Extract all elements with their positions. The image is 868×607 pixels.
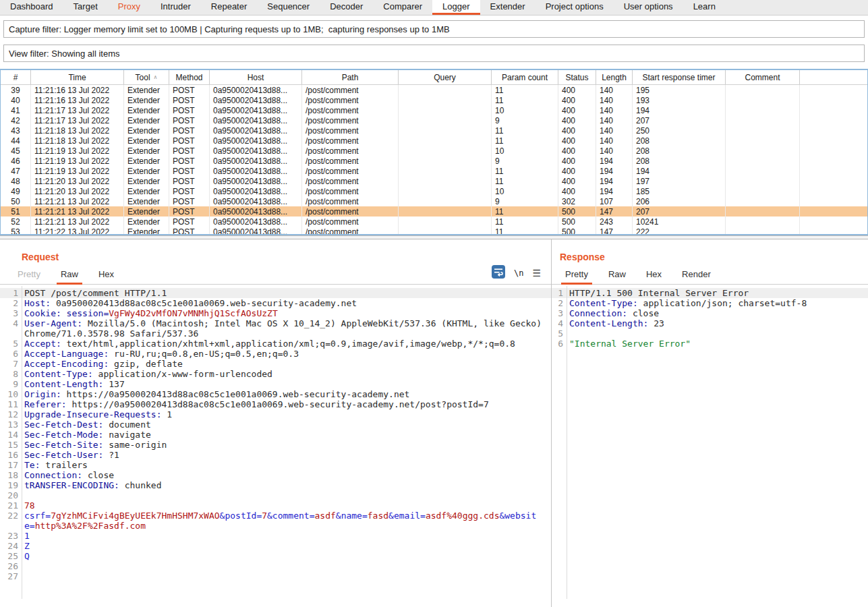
line-number: 1 xyxy=(0,288,22,298)
line-content: Content-Type: application/json; charset=… xyxy=(567,298,868,308)
response-tab-raw[interactable]: Raw xyxy=(604,269,630,285)
cell-method: POST xyxy=(169,196,210,206)
cell-param-count: 11 xyxy=(492,125,558,136)
editor-line: 2Content-Type: application/json; charset… xyxy=(552,298,868,308)
cell-path: /post/comment xyxy=(302,166,399,176)
table-row[interactable]: 4211:21:17 13 Jul 2022ExtenderPOST0a9500… xyxy=(1,115,867,125)
line-content: Accept: text/html,application/xhtml+xml,… xyxy=(22,339,551,349)
table-row[interactable]: 4111:21:17 13 Jul 2022ExtenderPOST0a9500… xyxy=(1,105,867,115)
column-header-host[interactable]: Host xyxy=(210,70,302,84)
table-row[interactable]: 5011:21:21 13 Jul 2022ExtenderPOST0a9500… xyxy=(1,196,867,206)
request-panel: Request PrettyRawHex \n ☰ 1POST /post/co xyxy=(0,239,552,607)
menu-item-decoder[interactable]: Decoder xyxy=(320,0,373,15)
response-tab-hex[interactable]: Hex xyxy=(642,269,666,285)
table-row[interactable]: 4611:21:19 13 Jul 2022ExtenderPOST0a9500… xyxy=(1,156,867,166)
cell-num: 47 xyxy=(1,166,31,176)
request-tab-pretty[interactable]: Pretty xyxy=(13,269,45,285)
line-content: POST /post/comment HTTP/1.1 xyxy=(22,288,551,298)
cell-time: 11:21:20 13 Jul 2022 xyxy=(31,186,124,196)
menu-item-user-options[interactable]: User options xyxy=(614,0,683,15)
column-header-time[interactable]: Time xyxy=(31,70,124,84)
cell-query xyxy=(399,125,492,136)
cell-length: 107 xyxy=(596,196,633,206)
editor-menu-icon[interactable]: ☰ xyxy=(532,268,541,278)
editor-line: 7Accept-Encoding: gzip, deflate xyxy=(0,359,551,369)
gutter-divider xyxy=(567,286,567,599)
cell-comment xyxy=(726,216,800,227)
request-tab-raw[interactable]: Raw xyxy=(57,269,82,285)
cell-num: 46 xyxy=(1,156,31,166)
cell-length: 194 xyxy=(596,166,633,176)
cell-param-count: 9 xyxy=(492,196,558,206)
cell-query xyxy=(399,176,492,186)
table-row[interactable]: 4711:21:19 13 Jul 2022ExtenderPOST0a9500… xyxy=(1,166,867,176)
table-row[interactable]: 5111:21:21 13 Jul 2022ExtenderPOST0a9500… xyxy=(1,206,867,216)
menu-item-proxy[interactable]: Proxy xyxy=(108,0,150,15)
table-row[interactable]: 4311:21:18 13 Jul 2022ExtenderPOST0a9500… xyxy=(1,125,867,136)
table-row[interactable]: 3911:21:16 13 Jul 2022ExtenderPOST0a9500… xyxy=(1,85,867,95)
editor-line: 1POST /post/comment HTTP/1.1 xyxy=(0,288,551,298)
capture-filter-bar[interactable]: Capture filter: Logger memory limit set … xyxy=(3,20,865,38)
column-header-query[interactable]: Query xyxy=(399,70,492,84)
table-row[interactable]: 5211:21:21 13 Jul 2022ExtenderPOST0a9500… xyxy=(1,216,867,227)
menu-item-intruder[interactable]: Intruder xyxy=(150,0,201,15)
menu-item-extender[interactable]: Extender xyxy=(480,0,536,15)
column-header--[interactable]: # xyxy=(1,70,31,84)
column-header-length[interactable]: Length xyxy=(596,70,633,84)
cell-path: /post/comment xyxy=(302,105,399,115)
cell-time: 11:21:21 13 Jul 2022 xyxy=(31,196,124,206)
table-row[interactable]: 4411:21:18 13 Jul 2022ExtenderPOST0a9500… xyxy=(1,136,867,146)
table-row[interactable]: 4811:21:20 13 Jul 2022ExtenderPOST0a9500… xyxy=(1,176,867,186)
menu-item-sequencer[interactable]: Sequencer xyxy=(257,0,320,15)
cell-time: 11:21:18 13 Jul 2022 xyxy=(31,136,124,146)
request-tab-hex[interactable]: Hex xyxy=(94,269,118,285)
cell-tool: Extender xyxy=(124,85,169,95)
column-header-param-count[interactable]: Param count xyxy=(492,70,558,84)
line-content: Content-Length: 137 xyxy=(22,379,551,389)
cell-path: /post/comment xyxy=(302,136,399,146)
menu-item-project-options[interactable]: Project options xyxy=(536,0,614,15)
column-header-path[interactable]: Path xyxy=(302,70,399,84)
request-editor-icons: \n ☰ xyxy=(492,265,541,284)
cell-length: 140 xyxy=(596,85,633,95)
response-editor[interactable]: 1HTTP/1.1 500 Internal Server Error2Cont… xyxy=(552,286,868,599)
editor-line: 22csrf=7gYzhMCiFvi4gBEyUEEk7HmHSHM7xWAO&… xyxy=(0,511,551,531)
line-number: 5 xyxy=(0,339,22,349)
column-header-method[interactable]: Method xyxy=(169,70,210,84)
line-content: 1 xyxy=(22,531,551,541)
cell-param-count: 11 xyxy=(492,166,558,176)
cell-tool: Extender xyxy=(124,206,169,216)
menu-item-dashboard[interactable]: Dashboard xyxy=(0,0,63,15)
menu-item-comparer[interactable]: Comparer xyxy=(373,0,432,15)
response-tab-pretty[interactable]: Pretty xyxy=(561,269,592,285)
line-number: 11 xyxy=(0,399,22,409)
table-row[interactable]: 4011:21:16 13 Jul 2022ExtenderPOST0a9500… xyxy=(1,95,867,105)
line-content: Te: trailers xyxy=(22,460,551,470)
line-number: 3 xyxy=(0,308,22,318)
table-row[interactable]: 4911:21:20 13 Jul 2022ExtenderPOST0a9500… xyxy=(1,186,867,196)
menu-item-target[interactable]: Target xyxy=(63,0,108,15)
cell-tool: Extender xyxy=(124,176,169,186)
menu-item-learn[interactable]: Learn xyxy=(683,0,726,15)
cell-status: 400 xyxy=(558,136,596,146)
cell-comment xyxy=(726,85,800,95)
request-editor[interactable]: 1POST /post/comment HTTP/1.12Host: 0a950… xyxy=(0,286,551,599)
table-row[interactable]: 4511:21:19 13 Jul 2022ExtenderPOST0a9500… xyxy=(1,146,867,156)
view-filter-bar[interactable]: View filter: Showing all items xyxy=(3,45,865,62)
menu-item-repeater[interactable]: Repeater xyxy=(201,0,257,15)
line-number: 25 xyxy=(0,551,22,561)
cell-status: 400 xyxy=(558,186,596,196)
request-title: Request xyxy=(22,252,551,262)
table-row[interactable]: 5311:21:22 13 Jul 2022ExtenderPOST0a9500… xyxy=(1,227,867,235)
show-newlines-toggle-icon[interactable]: \n xyxy=(514,268,523,278)
column-header-start-response-timer[interactable]: Start response timer xyxy=(633,70,726,84)
cell-length: 140 xyxy=(596,136,633,146)
response-tab-render[interactable]: Render xyxy=(678,269,715,285)
column-header-comment[interactable]: Comment xyxy=(726,70,800,84)
menu-item-logger[interactable]: Logger xyxy=(432,0,480,15)
column-header-status[interactable]: Status xyxy=(558,70,596,84)
table-body: 3911:21:16 13 Jul 2022ExtenderPOST0a9500… xyxy=(1,85,867,235)
cell-timer: 208 xyxy=(633,136,726,146)
soft-wrap-icon[interactable] xyxy=(492,265,505,281)
column-header-tool[interactable]: Tool∧ xyxy=(124,70,169,84)
